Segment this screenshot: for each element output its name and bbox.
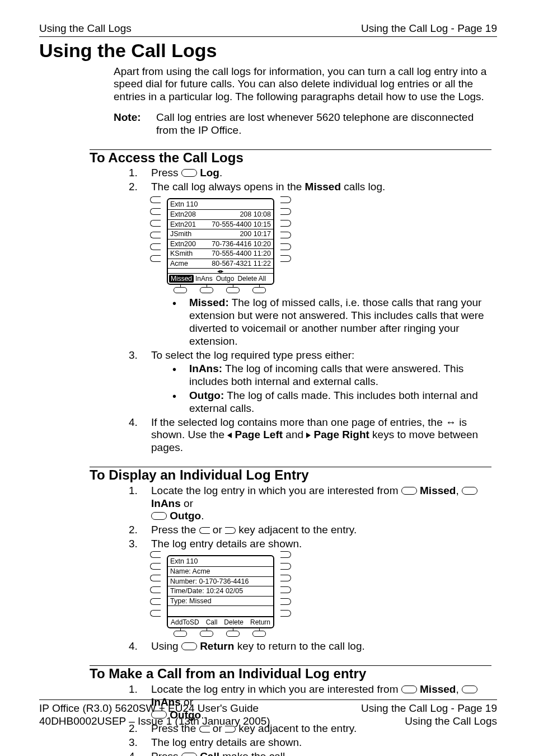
note-label: Note: [114, 111, 156, 137]
right-key-icon [225, 527, 236, 534]
phone-figure-2: Extn 110 Name: Acme Number: 0-170-736-44… [151, 555, 299, 637]
softkey-icon [181, 642, 197, 650]
phone-figure-1: Extn 110 Extn208208 10:08 Extn20170-555-… [151, 198, 299, 294]
page-footer: IP Office (R3.0) 5620SW + EU24 User's Gu… [39, 699, 497, 728]
phone-screen: Extn 110 Name: Acme Number: 0-170-736-44… [167, 555, 274, 629]
softkey-buttons [167, 287, 272, 293]
bullet-outgo: Outgo: The log of calls made. This inclu… [172, 389, 491, 415]
footer-left-1: IP Office (R3.0) 5620SW + EU24 User's Gu… [39, 702, 259, 715]
step-1: 1. Press Log. [129, 167, 491, 180]
step-text: The log entry details are shown. [151, 538, 302, 550]
softkey-icon [462, 487, 477, 495]
step-4: 4. Press Call make the call. If the numb… [129, 750, 491, 756]
left-key-icon [199, 527, 210, 534]
softkey-icon [462, 685, 477, 693]
steps-list: 1. Press Log. 2. The call log always ope… [129, 167, 491, 454]
step-text: The log entry details are shown. [151, 736, 302, 748]
step-text: Press the or key adjacent to the entry. [151, 524, 357, 536]
softkey-row: Missed InAns Outgo Delete All [168, 273, 273, 284]
step-text: Using Return key to return to the call l… [151, 640, 365, 652]
step-text: Press Log. [151, 167, 222, 179]
step-text: Locate the log entry in which you are in… [151, 485, 477, 522]
section-access: To Access the Call Logs 1. Press Log. 2.… [39, 149, 497, 454]
section-heading: To Display an Individual Log Entry [90, 467, 497, 483]
double-arrow-icon: ↔ [446, 416, 456, 428]
footer-right-2: Using the Call Logs [405, 715, 497, 728]
step-text: If the selected log contains more than o… [151, 416, 478, 454]
step-3: 3. The log entry details are shown. [129, 736, 491, 749]
softkey-icon [151, 512, 167, 520]
section-heading: To Access the Call Logs [90, 150, 497, 166]
step-2: 2. Press the or key adjacent to the entr… [129, 524, 491, 537]
softkey-icon [401, 487, 417, 495]
page-right-icon [306, 433, 311, 438]
footer-left-2: 40DHB0002USEP – Issue 1 (13th January 20… [39, 715, 270, 728]
right-key-icon [280, 196, 291, 203]
step-3: 3. The log entry details are shown. Extn… [129, 538, 491, 637]
softkey-icon [181, 169, 197, 177]
section-heading: To Make a Call from an Individual Log en… [90, 666, 497, 682]
left-key-icon [150, 196, 161, 203]
phone-screen: Extn 110 Extn208208 10:08 Extn20170-555-… [167, 198, 274, 285]
step-1: 1. Locate the log entry in which you are… [129, 485, 491, 523]
softkey-icon [181, 753, 197, 756]
document-page: Using the Call Logs Using the Call Log -… [0, 0, 534, 756]
step-2: 2. The call log always opens in the Miss… [129, 181, 491, 348]
step-text: Press Call make the call. If the number … [151, 750, 483, 756]
header-right: Using the Call Log - Page 19 [361, 22, 497, 35]
bullet-inans: InAns: The log of incoming calls that we… [172, 363, 491, 388]
step-text: The call log always opens in the Missed … [151, 181, 385, 192]
bullet-missed: Missed: The log of missed calls, i.e. th… [172, 297, 491, 348]
step-4: 4. Using Return key to return to the cal… [129, 640, 491, 653]
page-header: Using the Call Logs Using the Call Log -… [39, 22, 497, 37]
step-3: 3. To select the log required type press… [129, 349, 491, 415]
note-text: Call log entries are lost whenever 5620 … [156, 111, 497, 137]
screen-title: Extn 110 [168, 199, 273, 210]
intro-paragraph: Apart from using the call logs for infor… [114, 65, 491, 104]
footer-right-1: Using the Call Log - Page 19 [361, 702, 497, 715]
page-left-icon [227, 433, 232, 438]
step-text: To select the log required type press ei… [151, 349, 354, 361]
note-block: Note: Call log entries are lost whenever… [114, 111, 497, 137]
softkey-icon [401, 685, 417, 693]
page-title: Using the Call Logs [39, 39, 497, 62]
step-4: 4. If the selected log contains more tha… [129, 416, 491, 454]
section-display: To Display an Individual Log Entry 1. Lo… [39, 467, 497, 653]
header-left: Using the Call Logs [39, 22, 132, 35]
